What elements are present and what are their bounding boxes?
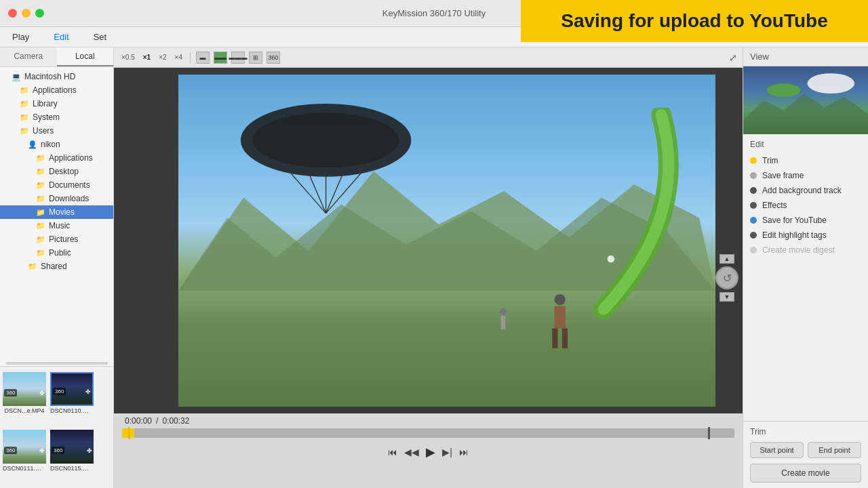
zoom-4[interactable]: ×4 bbox=[173, 53, 184, 62]
tree-nikon[interactable]: 👤 nikon bbox=[0, 138, 113, 151]
close-button[interactable] bbox=[8, 9, 17, 18]
dot-trim bbox=[750, 157, 757, 164]
thumb-icon-1: ✤ bbox=[39, 390, 45, 396]
tree-library[interactable]: 📁 Library bbox=[0, 97, 113, 110]
tree-desktop[interactable]: 📁 Desktop bbox=[0, 165, 113, 178]
right-panel: View bbox=[743, 47, 868, 488]
window-controls bbox=[8, 9, 44, 18]
tree-users[interactable]: 📁 Users bbox=[0, 124, 113, 138]
timeline-bar[interactable] bbox=[122, 428, 734, 438]
edit-item-save-youtube[interactable]: Save for YouTube bbox=[750, 213, 861, 228]
tree-movies[interactable]: 📁 Movies bbox=[0, 205, 113, 219]
thumbnail-4[interactable]: 360 ✤ DSCN0115.MP4 bbox=[50, 430, 94, 470]
edit-item-add-bg[interactable]: Add background track bbox=[750, 183, 861, 198]
tree-applications2[interactable]: 📁 Applications bbox=[0, 151, 113, 165]
tree-pictures[interactable]: 📁 Pictures bbox=[0, 232, 113, 246]
source-tabs: Camera Local bbox=[0, 47, 113, 67]
person-far bbox=[495, 307, 511, 340]
folder-icon: 📁 bbox=[35, 234, 46, 245]
view-triple[interactable]: ▬▬▬ bbox=[231, 52, 245, 64]
playback-controls: ⏮ ◀◀ ▶ ▶| ⏭ bbox=[114, 441, 743, 464]
folder-icon: 📁 bbox=[35, 180, 46, 190]
menu-set[interactable]: Set bbox=[90, 30, 111, 43]
tree-documents[interactable]: 📁 Documents bbox=[0, 178, 113, 192]
dot-effects bbox=[750, 202, 757, 209]
skip-to-start-button[interactable]: ⏮ bbox=[388, 447, 397, 458]
timeline-start-marker[interactable] bbox=[128, 427, 130, 439]
thumb-label-4: DSCN0115.MP4 bbox=[50, 465, 94, 472]
thumb-icon-3: ✤ bbox=[39, 447, 45, 454]
thumb-img-3: 360 ✤ bbox=[3, 430, 46, 464]
view-single[interactable]: ▬ bbox=[196, 52, 210, 64]
tab-local[interactable]: Local bbox=[57, 47, 114, 66]
folder-icon: 📁 bbox=[19, 125, 30, 136]
canopy-svg bbox=[232, 92, 420, 274]
fullscreen-button[interactable]: ⤢ bbox=[729, 52, 737, 63]
edit-item-save-frame[interactable]: Save frame bbox=[750, 168, 861, 183]
person-far-svg bbox=[495, 307, 511, 340]
skip-to-end-button[interactable]: ⏭ bbox=[459, 447, 469, 458]
preview-svg bbox=[743, 66, 868, 134]
tree-downloads[interactable]: 📁 Downloads bbox=[0, 192, 113, 205]
frame-advance-button[interactable]: ▶| bbox=[442, 447, 452, 458]
tree-music[interactable]: 📁 Music bbox=[0, 219, 113, 232]
toolbar-sep-1 bbox=[190, 52, 191, 63]
timeline bbox=[122, 428, 734, 438]
thumb-img-1: 360 ✤ bbox=[3, 372, 46, 406]
svg-point-3 bbox=[253, 113, 399, 167]
svg-line-7 bbox=[326, 170, 344, 213]
edit-item-effects[interactable]: Effects bbox=[750, 198, 861, 213]
dot-create-digest bbox=[750, 247, 757, 253]
tree-public[interactable]: 📁 Public bbox=[0, 246, 113, 260]
thumbnail-3[interactable]: 360 ✤ DSCN0111.mp4 bbox=[3, 430, 46, 470]
svg-point-14 bbox=[500, 308, 507, 315]
maximize-button[interactable] bbox=[35, 9, 44, 18]
svg-rect-13 bbox=[562, 328, 568, 348]
zoom-1[interactable]: ×1 bbox=[141, 53, 153, 62]
thumbnail-2[interactable]: 360 ✤ DSCN0110.MP4 bbox=[50, 372, 94, 413]
zoom-0.5[interactable]: ×0.5 bbox=[119, 53, 137, 62]
tab-camera[interactable]: Camera bbox=[0, 47, 57, 66]
tree-system[interactable]: 📁 System bbox=[0, 110, 113, 124]
folder-icon: 📁 bbox=[35, 193, 46, 204]
folder-icon: 📁 bbox=[35, 220, 46, 231]
time-sep: / bbox=[156, 416, 158, 426]
view-grid[interactable]: ⊞ bbox=[249, 52, 262, 64]
thumbnail-1[interactable]: 360 ✤ DSCN...e.MP4 bbox=[3, 372, 46, 413]
create-movie-button[interactable]: Create movie bbox=[750, 464, 861, 483]
trim-buttons: Start point End point bbox=[750, 442, 861, 458]
scroll-down-btn[interactable]: ▼ bbox=[719, 292, 734, 302]
preview-thumbnail bbox=[743, 66, 868, 134]
thumb-badge-3: 360 bbox=[4, 447, 17, 454]
sidebar-scrollbar[interactable] bbox=[5, 362, 108, 365]
thumb-icon-4: ✤ bbox=[87, 447, 92, 454]
menu-play[interactable]: Play bbox=[8, 30, 33, 43]
scroll-up-btn[interactable]: ▲ bbox=[719, 254, 734, 264]
start-point-button[interactable]: Start point bbox=[750, 442, 804, 458]
scroll-wheel[interactable]: ↺ bbox=[715, 266, 738, 289]
end-point-button[interactable]: End point bbox=[808, 442, 861, 458]
edit-item-highlight-tags[interactable]: Edit highlight tags bbox=[750, 228, 861, 243]
edit-item-create-digest[interactable]: Create movie digest bbox=[750, 243, 861, 258]
tree-macintosh-hd[interactable]: 💻 Macintosh HD bbox=[0, 70, 113, 83]
tree-shared[interactable]: 📁 Shared bbox=[0, 260, 113, 273]
view-360[interactable]: 360 bbox=[267, 52, 280, 64]
edit-item-trim[interactable]: Trim bbox=[750, 153, 861, 168]
minimize-button[interactable] bbox=[22, 9, 31, 18]
folder-icon: 📁 bbox=[19, 98, 30, 109]
timeline-end-marker[interactable] bbox=[708, 427, 710, 439]
dot-add-bg bbox=[750, 187, 757, 194]
user-icon: 👤 bbox=[27, 139, 38, 150]
zoom-2[interactable]: ×2 bbox=[157, 53, 168, 62]
person-svg bbox=[538, 291, 581, 357]
folder-icon: 📁 bbox=[27, 261, 38, 272]
main-area: Camera Local 💻 Macintosh HD 📁 Applicatio… bbox=[0, 47, 868, 488]
view-dual[interactable]: ▬▬ bbox=[214, 52, 227, 64]
menu-edit[interactable]: Edit bbox=[50, 30, 73, 43]
step-back-button[interactable]: ◀◀ bbox=[404, 447, 419, 458]
trim-label: Trim bbox=[750, 427, 861, 436]
play-button[interactable]: ▶ bbox=[426, 445, 435, 460]
total-time: 0:00:32 bbox=[162, 416, 189, 426]
tree-applications[interactable]: 📁 Applications bbox=[0, 83, 113, 97]
playback-area: 0:00:00 / 0:00:32 ⏮ ◀◀ ▶ bbox=[114, 413, 743, 488]
